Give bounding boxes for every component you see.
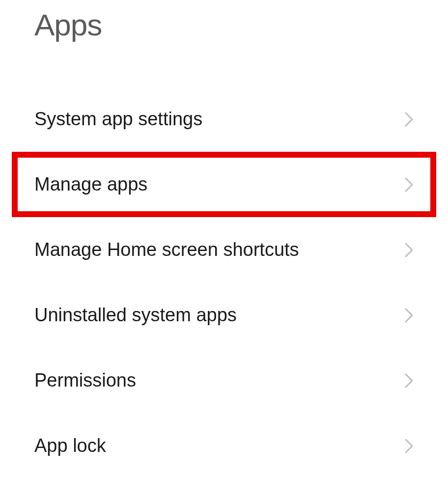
chevron-right-icon bbox=[405, 177, 414, 192]
settings-item-label: Manage apps bbox=[34, 174, 147, 195]
page-title: Apps bbox=[0, 0, 448, 42]
settings-item-uninstalled-system-apps[interactable]: Uninstalled system apps bbox=[0, 282, 448, 348]
chevron-right-icon bbox=[405, 308, 414, 323]
settings-list: System app settings Manage apps Manage H… bbox=[0, 86, 448, 478]
settings-item-label: Uninstalled system apps bbox=[34, 305, 237, 326]
settings-item-manage-apps[interactable]: Manage apps bbox=[12, 152, 436, 217]
settings-item-label: App lock bbox=[34, 435, 106, 456]
settings-item-label: Permissions bbox=[34, 370, 136, 391]
chevron-right-icon bbox=[405, 373, 414, 388]
settings-item-system-app-settings[interactable]: System app settings bbox=[0, 86, 448, 152]
settings-item-label: Manage Home screen shortcuts bbox=[34, 239, 299, 260]
chevron-right-icon bbox=[405, 243, 414, 257]
chevron-right-icon bbox=[405, 439, 414, 453]
settings-item-manage-home-screen-shortcuts[interactable]: Manage Home screen shortcuts bbox=[0, 217, 448, 282]
chevron-right-icon bbox=[405, 112, 414, 127]
settings-item-permissions[interactable]: Permissions bbox=[0, 348, 448, 413]
settings-item-label: System app settings bbox=[34, 109, 202, 130]
settings-item-app-lock[interactable]: App lock bbox=[0, 413, 448, 478]
